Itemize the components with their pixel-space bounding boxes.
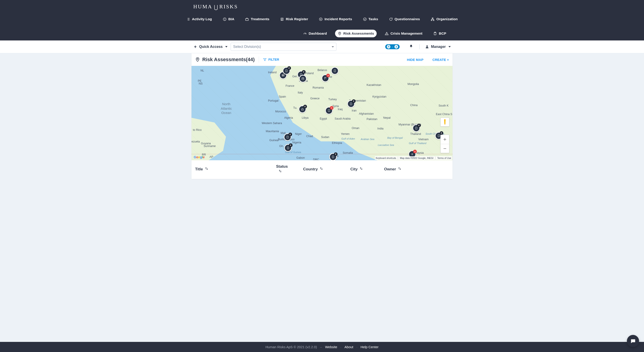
chevron-down-icon: [225, 46, 228, 47]
map-marker[interactable]: E: [412, 124, 420, 132]
svg-point-10: [224, 20, 225, 20]
temple-icon: [300, 107, 304, 111]
column-country[interactable]: Country: [303, 164, 346, 174]
marker-badge: E: [352, 99, 356, 103]
nav-incident-reports[interactable]: Incident Reports: [316, 15, 355, 23]
svg-point-25: [386, 34, 387, 34]
map-marker[interactable]: E: [284, 133, 292, 141]
footer-help-link[interactable]: Help Center: [360, 345, 378, 349]
map-marker[interactable]: II: [322, 74, 329, 82]
svg-point-23: [339, 33, 340, 33]
sitemap-icon: [431, 17, 434, 21]
svg-rect-20: [431, 20, 432, 21]
svg-rect-77: [287, 136, 288, 138]
svg-rect-63: [328, 109, 330, 112]
filter-button[interactable]: FILTER: [263, 58, 279, 61]
marker-badge: E: [303, 105, 307, 108]
list-icon: [186, 17, 190, 21]
hide-map-button[interactable]: HIDE MAP: [407, 58, 423, 62]
keyboard-shortcuts-link[interactable]: Keyboard shortcuts: [376, 157, 398, 159]
nav-bcp[interactable]: BCP: [430, 30, 449, 37]
svg-rect-11: [246, 18, 249, 20]
map-marker[interactable]: E: [329, 153, 337, 160]
google-logo: Google: [194, 155, 204, 159]
svg-line-22: [305, 33, 305, 34]
zoom-out-button[interactable]: −: [440, 144, 449, 153]
check-circle-icon: [363, 17, 367, 21]
chat-launcher[interactable]: [627, 335, 639, 347]
column-country-label: Country: [303, 167, 318, 172]
quick-access-label: Quick Access: [199, 45, 222, 49]
subbar: Quick Access Select Division(s) 大 ↔ A Ma…: [0, 40, 644, 53]
terms-link[interactable]: Terms of Use: [437, 157, 451, 159]
sort-icon: [276, 169, 282, 174]
marker-badge: E: [417, 124, 421, 127]
filter-icon: [263, 58, 267, 61]
map-marker[interactable]: [299, 75, 307, 82]
footer-about-link[interactable]: About: [344, 345, 353, 349]
nav-activity-log[interactable]: Activity Log: [184, 15, 215, 23]
division-placeholder: Select Division(s): [233, 45, 261, 49]
map-marker[interactable]: E: [282, 67, 290, 75]
quick-access-menu[interactable]: Quick Access: [193, 45, 228, 49]
svg-rect-84: [287, 147, 289, 149]
swap-icon: ↔: [391, 46, 394, 48]
brand-logo[interactable]: HUMA RISKS: [193, 2, 244, 14]
language-toggle[interactable]: 大 ↔ A: [385, 44, 400, 49]
nav-treatments-label: Treatments: [251, 17, 269, 21]
svg-rect-19: [432, 18, 433, 19]
nav-risk-register-label: Risk Register: [286, 17, 308, 21]
nav-dashboard[interactable]: Dashboard: [300, 30, 330, 37]
file-list-icon: [280, 17, 284, 21]
create-button[interactable]: CREATE +: [432, 58, 449, 62]
svg-rect-118: [445, 123, 445, 125]
column-owner-label: Owner: [384, 167, 396, 172]
plus-icon: +: [447, 58, 449, 62]
svg-rect-116: [444, 121, 445, 123]
nav-risk-register[interactable]: Risk Register: [278, 15, 311, 23]
nav-bia[interactable]: BIA: [220, 15, 237, 23]
building-icon: [349, 102, 353, 106]
page-header: Risk Assessments(44) FILTER HIDE MAP CRE…: [192, 53, 452, 66]
column-status[interactable]: Status: [276, 164, 298, 174]
map-marker[interactable]: [331, 67, 339, 75]
divider: [259, 56, 259, 63]
building-icon: [437, 134, 440, 138]
svg-marker-32: [264, 58, 266, 61]
svg-point-30: [426, 45, 428, 47]
map-marker[interactable]: E: [347, 100, 355, 108]
user-menu[interactable]: Manager: [425, 45, 451, 49]
column-owner[interactable]: Owner: [384, 164, 416, 174]
column-status-label: Status: [276, 164, 288, 169]
svg-text:RISKS: RISKS: [220, 3, 238, 9]
column-title[interactable]: Title: [195, 164, 272, 174]
page-title: Risk Assessments(44): [195, 57, 255, 62]
nav-activity-log-label: Activity Log: [192, 17, 212, 21]
nav-tasks[interactable]: Tasks: [360, 15, 381, 23]
zoom-controls: + −: [440, 135, 449, 153]
list-icon: [410, 152, 414, 156]
nav-questionnaires[interactable]: Questionnaires: [386, 15, 422, 23]
nav-crisis-management[interactable]: Crisis Management: [382, 30, 425, 37]
nav-risk-assessments[interactable]: Risk Assessments: [335, 30, 377, 37]
building-icon: [286, 146, 290, 150]
map-marker[interactable]: E: [284, 144, 292, 152]
marker-badge: E: [334, 152, 338, 156]
map-marker[interactable]: II: [325, 107, 333, 114]
map-data-text: Map data ©2022 Google, INEGI: [400, 157, 436, 159]
svg-rect-117: [444, 123, 445, 125]
footer-website-link[interactable]: Website: [325, 345, 337, 349]
nav-organization[interactable]: Organization: [428, 15, 460, 23]
streetview-pegman[interactable]: [440, 118, 449, 127]
column-city[interactable]: City: [350, 164, 380, 174]
nav-treatments[interactable]: Treatments: [242, 15, 272, 23]
notifications-button[interactable]: [409, 44, 413, 49]
table-header: Title Status Country City Owner: [192, 160, 452, 179]
division-select[interactable]: Select Division(s): [231, 43, 336, 51]
map-marker[interactable]: E: [298, 105, 306, 113]
building-icon: [286, 135, 289, 139]
map-view[interactable]: North Atlantic Ocean NLPENSto Ricoezuela…: [192, 66, 452, 160]
plus-icon: [193, 45, 197, 49]
building-icon: [331, 155, 335, 159]
zoom-in-button[interactable]: +: [440, 135, 449, 144]
